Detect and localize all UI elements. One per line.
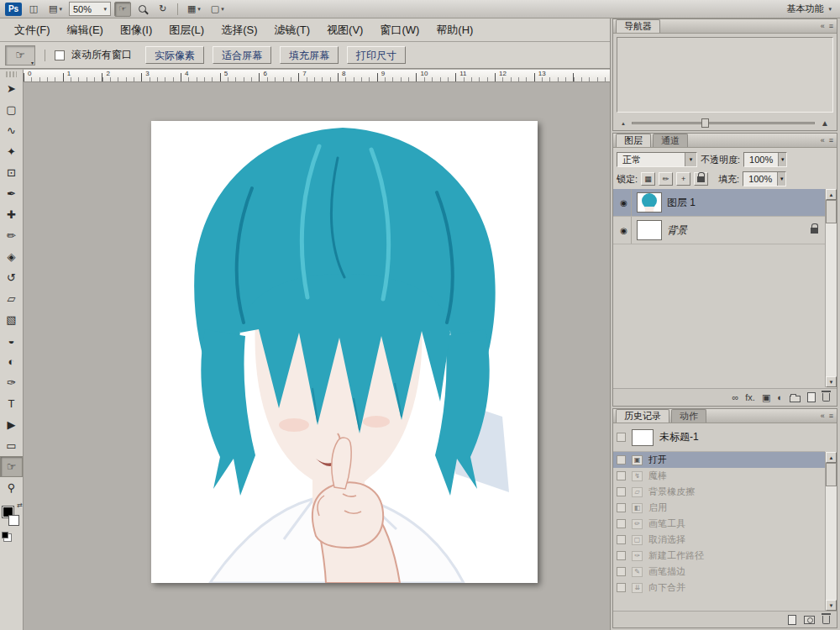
delete-layer-icon[interactable]: [822, 393, 830, 402]
layer-row-layer1[interactable]: ◉ 图层 1: [613, 189, 825, 217]
new-snapshot-icon[interactable]: [804, 616, 815, 624]
chevron-down-icon[interactable]: ▾: [685, 153, 696, 166]
adjustment-layer-icon[interactable]: ◐: [777, 392, 783, 402]
zoom-slider-thumb[interactable]: [701, 118, 709, 128]
scroll-down-icon[interactable]: ▼: [826, 376, 837, 387]
hand-tool[interactable]: ☞: [0, 456, 23, 477]
document-canvas[interactable]: [151, 121, 538, 583]
history-source-well[interactable]: [617, 433, 626, 442]
move-tool[interactable]: ➤: [0, 78, 23, 99]
tab-history[interactable]: 历史记录: [616, 409, 669, 423]
zoom-tool[interactable]: ⚲: [0, 477, 23, 498]
history-source-well[interactable]: [617, 503, 626, 512]
menu-file[interactable]: 文件(F): [7, 20, 58, 40]
scroll-all-windows-checkbox[interactable]: [55, 50, 65, 60]
history-brush-tool[interactable]: ↺: [0, 267, 23, 288]
chevron-down-icon[interactable]: ▾: [778, 153, 786, 166]
background-color-swatch[interactable]: [8, 515, 19, 526]
history-source-well[interactable]: [617, 535, 626, 544]
menu-window[interactable]: 窗口(W): [372, 20, 427, 40]
workspace-switcher[interactable]: 基本功能 ▾: [786, 3, 835, 15]
panel-collapse-icon[interactable]: «: [821, 136, 825, 144]
path-selection-tool[interactable]: ▶: [0, 414, 23, 435]
blur-tool[interactable]: ◒: [0, 330, 23, 351]
history-state-row[interactable]: ✏ 画笔工具: [613, 516, 825, 532]
panel-collapse-icon[interactable]: «: [821, 22, 825, 30]
history-state-row[interactable]: ▱ 背景橡皮擦: [613, 484, 825, 500]
new-document-from-state-icon[interactable]: [788, 615, 796, 625]
healing-brush-tool[interactable]: ✚: [0, 204, 23, 225]
history-state-row[interactable]: ⇊ 向下合并: [613, 580, 825, 596]
history-source-well[interactable]: [617, 567, 626, 576]
launch-bridge-icon[interactable]: ◫: [25, 2, 42, 17]
scrollbar-thumb[interactable]: [826, 200, 837, 223]
swap-colors-icon[interactable]: ⇄: [17, 501, 23, 509]
blend-mode-select[interactable]: 正常 ▾: [617, 152, 697, 167]
menu-edit[interactable]: 编辑(E): [60, 20, 111, 40]
history-scrollbar[interactable]: ▲ ▼: [825, 452, 837, 611]
arrange-documents-icon[interactable]: ▦▾: [184, 2, 204, 17]
lasso-tool[interactable]: ∿: [0, 120, 23, 141]
panel-menu-icon[interactable]: ≡: [829, 412, 833, 420]
layer-row-background[interactable]: ◉ 背景: [613, 217, 825, 244]
crop-tool[interactable]: ⊡: [0, 162, 23, 183]
rotate-view-icon[interactable]: ↻: [155, 2, 171, 17]
marquee-tool[interactable]: ▢: [0, 99, 23, 120]
zoom-out-icon[interactable]: ▲: [621, 121, 626, 126]
lock-image-pixels-icon[interactable]: ✏: [659, 172, 673, 186]
navigator-preview[interactable]: [617, 37, 833, 113]
layer-mask-icon[interactable]: ▣: [762, 392, 770, 403]
zoom-level-field[interactable]: 50% ▾: [69, 2, 111, 16]
brush-tool[interactable]: ✏: [0, 225, 23, 246]
eraser-tool[interactable]: ▱: [0, 288, 23, 309]
gradient-tool[interactable]: ▧: [0, 309, 23, 330]
quick-selection-tool[interactable]: ✦: [0, 141, 23, 162]
screen-mode-icon[interactable]: ▢▾: [207, 2, 228, 17]
tab-layers[interactable]: 图层: [616, 134, 651, 147]
shape-tool[interactable]: ▭: [0, 435, 23, 456]
tab-channels[interactable]: 通道: [653, 134, 688, 147]
panel-menu-icon[interactable]: ≡: [829, 136, 833, 144]
layer-style-icon[interactable]: fx.: [745, 392, 755, 402]
link-layers-icon[interactable]: ∞: [732, 392, 738, 402]
clone-stamp-tool[interactable]: ◈: [0, 246, 23, 267]
type-tool[interactable]: T: [0, 393, 23, 414]
panel-collapse-icon[interactable]: «: [821, 412, 825, 420]
lock-position-icon[interactable]: +: [676, 172, 690, 186]
menu-image[interactable]: 图像(I): [113, 20, 160, 40]
layers-scrollbar[interactable]: ▲ ▼: [825, 189, 837, 387]
new-group-icon[interactable]: [790, 396, 801, 402]
visibility-eye-icon[interactable]: ◉: [617, 189, 632, 216]
history-snapshot-row[interactable]: 未标题-1: [613, 423, 825, 452]
history-source-well[interactable]: [617, 455, 626, 465]
fill-screen-button[interactable]: 填充屏幕: [280, 46, 339, 64]
history-state-row[interactable]: ↯ 魔棒: [613, 468, 825, 484]
scroll-up-icon[interactable]: ▲: [826, 189, 837, 200]
chevron-down-icon[interactable]: ▾: [777, 172, 785, 186]
dodge-tool[interactable]: ◐: [0, 351, 23, 372]
delete-state-icon[interactable]: [822, 616, 830, 624]
zoom-in-icon[interactable]: ▲: [821, 118, 829, 128]
panel-menu-icon[interactable]: ≡: [829, 22, 833, 30]
tab-navigator[interactable]: 导航器: [616, 19, 660, 33]
history-source-well[interactable]: [617, 583, 626, 592]
scrollbar-thumb[interactable]: [826, 463, 837, 486]
history-source-well[interactable]: [617, 487, 626, 496]
history-source-well[interactable]: [617, 471, 626, 480]
menu-select[interactable]: 选择(S): [213, 20, 265, 40]
tab-actions[interactable]: 动作: [671, 409, 706, 423]
fit-screen-button[interactable]: 适合屏幕: [213, 46, 271, 64]
pen-tool[interactable]: ✑: [0, 372, 23, 393]
menu-view[interactable]: 视图(V): [319, 20, 370, 40]
palette-grip[interactable]: [6, 71, 17, 77]
menu-filter[interactable]: 滤镜(T): [266, 20, 318, 40]
tool-preset-picker[interactable]: ☞ ▾: [5, 45, 35, 66]
canvas-area[interactable]: [24, 82, 610, 630]
scroll-up-icon[interactable]: ▲: [826, 452, 837, 463]
view-extras-icon[interactable]: ▤▾: [45, 2, 66, 17]
scroll-down-icon[interactable]: ▼: [826, 600, 837, 611]
history-state-row[interactable]: ◧ 启用: [613, 500, 825, 516]
hand-tool-appbar-icon[interactable]: ☞: [114, 2, 131, 17]
print-size-button[interactable]: 打印尺寸: [347, 46, 406, 64]
visibility-eye-icon[interactable]: ◉: [617, 217, 632, 244]
